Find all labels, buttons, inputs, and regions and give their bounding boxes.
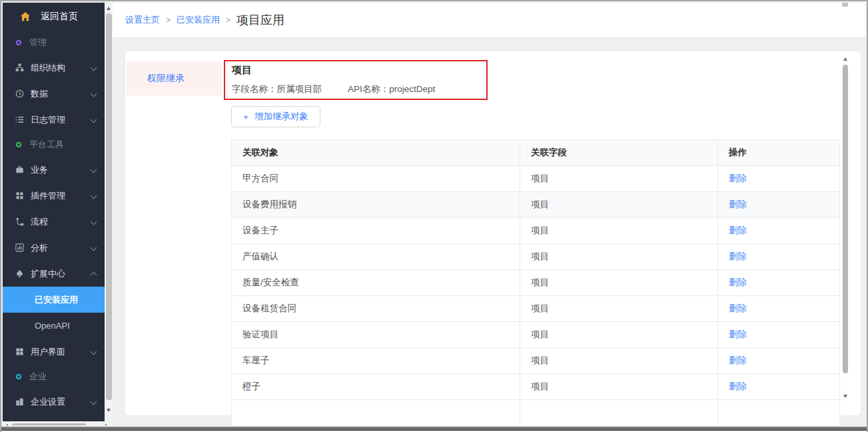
cell-related-field: 项目 — [520, 166, 718, 192]
sidebar-section-admin: 管理 — [3, 31, 105, 55]
window-scrollbar-remnant — [842, 3, 848, 7]
delete-link[interactable]: 删除 — [729, 303, 747, 313]
inheritance-table: 关联对象 关联字段 操作 甲方合同 项目 删除 设备费用报销 项目 删除 — [231, 139, 840, 426]
breadcrumb-link-installed-apps[interactable]: 已安装应用 — [177, 14, 220, 26]
scrollbar-thumb[interactable] — [106, 13, 112, 400]
sidebar-item-label: 扩展中心 — [31, 268, 65, 280]
sidebar-item-org-structure[interactable]: 组织结构 — [3, 55, 105, 81]
sidebar-item-log-management[interactable]: 日志管理 — [3, 107, 105, 133]
sidebar-item-installed-apps[interactable]: 已安装应用 — [3, 287, 105, 313]
column-header-related-field: 关联字段 — [520, 140, 718, 166]
dot-circle-purple-icon — [16, 40, 21, 45]
scrollbar-thumb[interactable] — [843, 65, 848, 373]
tab-permission-inheritance[interactable]: 权限继承 — [127, 61, 222, 95]
scroll-down-arrow-icon[interactable] — [107, 409, 111, 412]
cell-related-field: 项目 — [520, 218, 718, 244]
field-name-label: 字段名称： — [232, 84, 277, 94]
cell-related-field: 项目 — [520, 348, 718, 374]
cell-related-field: 项目 — [520, 244, 718, 270]
chevron-down-icon — [91, 167, 97, 173]
delete-link[interactable]: 删除 — [729, 225, 747, 235]
table-row: 设备主子 项目 删除 — [232, 218, 840, 244]
sidebar-item-openapi[interactable]: OpenAPI — [3, 313, 105, 339]
chevron-down-icon — [91, 193, 97, 199]
delete-link[interactable]: 删除 — [729, 381, 747, 391]
chevron-up-icon — [91, 272, 97, 279]
panel-vertical-scrollbar[interactable] — [842, 55, 849, 400]
delete-link[interactable]: 删除 — [729, 355, 747, 365]
cell-related-object: 设备费用报销 — [232, 192, 520, 218]
cell-related-object: 车厘子 — [232, 348, 520, 374]
cell-related-object: 设备租赁合同 — [232, 296, 520, 322]
sidebar-item-home[interactable]: 返回首页 — [3, 3, 105, 31]
breadcrumb-link-settings-home[interactable]: 设置主页 — [125, 14, 160, 26]
app-window: 返回首页 管理 组织结构 数据 日志管理 — [0, 0, 868, 432]
plus-icon: + — [243, 112, 248, 122]
plugin-grid-icon — [14, 191, 25, 201]
api-name-row: API名称：projectDept — [348, 83, 435, 95]
cell-related-object: 验证项目 — [232, 322, 520, 348]
column-header-related-object: 关联对象 — [232, 140, 520, 166]
field-name-row: 字段名称：所属项目部 — [232, 83, 322, 95]
table-row: 验证项目 项目 删除 — [232, 322, 840, 348]
sidebar-item-extension-center[interactable]: 扩展中心 — [3, 261, 105, 287]
add-inheritance-object-button[interactable]: + 增加继承对象 — [231, 106, 320, 127]
breadcrumb-separator: > — [166, 15, 171, 25]
delete-link[interactable]: 删除 — [729, 277, 747, 287]
cell-related-field: 项目 — [520, 322, 718, 348]
sidebar-item-business[interactable]: 业务 — [3, 157, 105, 183]
chevron-down-icon — [91, 399, 97, 405]
api-name-label: API名称： — [348, 84, 389, 94]
add-button-label: 增加继承对象 — [254, 111, 308, 123]
flow-icon — [14, 217, 25, 227]
sidebar-section-enterprise: 企业 — [3, 365, 105, 389]
inheritance-table-container: 关联对象 关联字段 操作 甲方合同 项目 删除 设备费用报销 项目 删除 — [231, 139, 841, 431]
delete-link[interactable]: 删除 — [729, 329, 747, 339]
bar-chart-icon — [14, 243, 25, 253]
field-name-value: 所属项目部 — [277, 84, 322, 94]
sidebar-item-workflow[interactable]: 流程 — [3, 209, 105, 235]
sidebar-item-label: 组织结构 — [31, 62, 65, 74]
api-name-value: projectDept — [389, 84, 435, 94]
dot-circle-cyan-icon — [16, 374, 21, 379]
cell-related-field: 项目 — [520, 270, 718, 296]
breadcrumb: 设置主页 > 已安装应用 > 项目应用 — [125, 12, 284, 28]
sidebar-item-label: 业务 — [31, 164, 48, 176]
chevron-down-icon — [91, 91, 97, 97]
table-row: 设备租赁合同 项目 删除 — [232, 296, 840, 322]
cell-related-field: 项目 — [520, 374, 718, 400]
cell-related-field: 项目 — [520, 296, 718, 322]
delete-link[interactable]: 删除 — [729, 199, 747, 209]
sidebar-item-analytics[interactable]: 分析 — [3, 235, 105, 261]
sidebar-item-label: 日志管理 — [31, 114, 65, 126]
breadcrumb-bar: 设置主页 > 已安装应用 > 项目应用 — [113, 3, 865, 38]
sidebar-item-label: 数据 — [31, 88, 48, 100]
sidebar-item-label: 流程 — [31, 216, 48, 228]
sidebar-vertical-scrollbar[interactable] — [105, 3, 113, 421]
sidebar-item-enterprise-settings[interactable]: 企业设置 — [3, 389, 105, 415]
table-row: 产值确认 项目 删除 — [232, 244, 840, 270]
cell-related-field: 项目 — [520, 192, 718, 218]
delete-link[interactable]: 删除 — [729, 173, 747, 183]
field-card-title: 项目 — [232, 64, 252, 77]
sidebar-item-plugin-management[interactable]: 插件管理 — [3, 183, 105, 209]
cell-related-object: 甲方合同 — [232, 166, 520, 192]
tab-label: 权限继承 — [147, 73, 185, 83]
ui-grid-icon — [14, 347, 25, 357]
scroll-down-arrow-icon[interactable] — [843, 395, 847, 398]
scroll-up-arrow-icon[interactable] — [107, 7, 111, 10]
sidebar-section-label: 平台工具 — [29, 139, 64, 151]
chevron-down-icon — [91, 117, 97, 123]
delete-link[interactable]: 删除 — [729, 251, 747, 261]
sidebar-item-user-interface[interactable]: 用户界面 — [3, 339, 105, 365]
sidebar-section-platform-tools: 平台工具 — [3, 133, 105, 157]
scroll-up-arrow-icon[interactable] — [843, 57, 847, 61]
chevron-down-icon — [91, 219, 97, 225]
page-title: 项目应用 — [236, 12, 284, 28]
table-row-partial — [232, 400, 840, 426]
list-icon — [14, 115, 25, 125]
sidebar-item-label: OpenAPI — [35, 321, 70, 331]
briefcase-icon — [14, 165, 25, 175]
sidebar: 返回首页 管理 组织结构 数据 日志管理 — [3, 3, 105, 421]
sidebar-item-data[interactable]: 数据 — [3, 81, 105, 107]
